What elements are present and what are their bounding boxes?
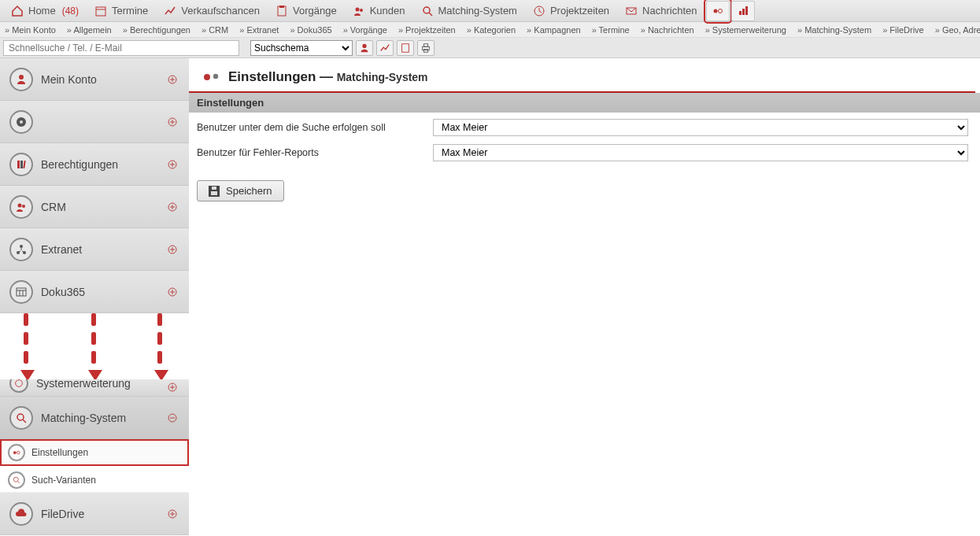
sidebar-group-berechtigungen[interactable]: Berechtigungen	[0, 143, 189, 186]
sidebar-group-systemerweiterung[interactable]: Systemerweiterung	[0, 379, 189, 397]
sidebar-group-matching-system[interactable]: Matching-System	[0, 397, 189, 439]
toolbar-user-button[interactable]	[356, 40, 373, 56]
nav-kunden[interactable]: Kunden	[345, 0, 413, 22]
nav-verkaufschancen[interactable]: Verkaufschancen	[156, 0, 268, 22]
page-header: Einstellungen — Matching-System	[189, 58, 980, 91]
subnav-item[interactable]: Nachrichten	[641, 25, 694, 35]
user-icon	[359, 43, 370, 54]
subnav-item[interactable]: Berechtigungen	[123, 25, 190, 35]
sidebar-group-doku365[interactable]: Doku365	[0, 271, 189, 313]
sidebar-label: Berechtigungen	[41, 158, 118, 171]
toolbar-clipboard-button[interactable]	[397, 40, 414, 56]
search-schema-select[interactable]: Suchschema	[250, 40, 353, 56]
sidebar-label: Systemerweiterung	[36, 379, 131, 390]
main-content: Einstellungen — Matching-System Einstell…	[189, 58, 980, 536]
clipboard-icon	[400, 43, 411, 54]
disc-icon	[9, 110, 33, 134]
subnav-item[interactable]: Systemerweiterung	[705, 25, 786, 35]
sidebar-group-crm[interactable]: CRM	[0, 186, 189, 228]
settings-form: Benutzer unter dem die Suche erfolgen so…	[189, 113, 980, 217]
sidebar-sub-einstellungen[interactable]: Einstellungen	[0, 439, 189, 466]
calendar-grid-icon	[9, 280, 33, 304]
nav-matching[interactable]: Matching-System	[413, 0, 525, 22]
form-row-error-user: Benutzer für Fehler-Reports Max Meier	[197, 144, 972, 161]
svg-point-63	[13, 477, 18, 482]
save-icon	[209, 186, 220, 197]
search-user-select[interactable]: Max Meier	[433, 119, 968, 136]
nav-label: Verkaufschancen	[181, 5, 260, 17]
svg-point-35	[18, 203, 22, 207]
users-icon	[9, 195, 33, 219]
svg-point-11	[719, 9, 723, 13]
toolbar-printer-button[interactable]	[417, 40, 435, 56]
svg-point-15	[362, 43, 366, 47]
svg-rect-12	[739, 11, 741, 15]
error-user-select[interactable]: Max Meier	[433, 144, 968, 161]
svg-line-58	[23, 420, 26, 423]
svg-point-69	[213, 74, 218, 79]
toolbar-chart-button[interactable]	[376, 40, 394, 56]
form-row-search-user: Benutzer unter dem die Suche erfolgen so…	[197, 119, 972, 136]
dots-icon	[712, 5, 724, 17]
subnav-item[interactable]: Matching-System	[797, 25, 871, 35]
expand-icon	[167, 74, 178, 85]
subnav-item[interactable]: FileDrive	[882, 25, 924, 35]
svg-rect-31	[23, 160, 25, 168]
sidebar-label: Extranet	[41, 243, 82, 256]
save-button[interactable]: Speichern	[197, 180, 284, 201]
sidebar-label: CRM	[41, 201, 66, 213]
nav-projektzeiten[interactable]: Projektzeiten	[525, 0, 617, 22]
toolbar: Suchschema	[0, 38, 980, 58]
users-icon	[353, 5, 365, 17]
collapse-icon	[167, 412, 178, 423]
svg-rect-0	[96, 7, 105, 16]
svg-rect-18	[423, 43, 427, 46]
sidebar-sub-such-varianten[interactable]: Such-Varianten	[0, 466, 189, 493]
subnav-item[interactable]: Projektzeiten	[398, 25, 456, 35]
nav-iconbutton-matching[interactable]	[706, 1, 730, 21]
subnav-item[interactable]: Extranet	[239, 25, 279, 35]
expand-icon	[167, 159, 178, 170]
subnav-item[interactable]: Geo, Adressen	[935, 25, 980, 35]
nav-home[interactable]: Home (48)	[3, 0, 87, 22]
nav-termine[interactable]: Termine	[87, 0, 156, 22]
expand-icon	[167, 382, 178, 393]
expand-icon	[167, 116, 178, 128]
envelope-icon	[625, 5, 638, 17]
top-nav: Home (48) Termine Verkaufschancen Vorgän…	[0, 0, 980, 22]
printer-icon	[420, 43, 431, 54]
gear-icon	[9, 379, 28, 393]
nav-label: Kunden	[370, 5, 405, 17]
sidebar-group-allgemein[interactable]	[0, 101, 189, 143]
sidebar: Mein Konto Berechtigungen	[0, 58, 189, 536]
subnav-item[interactable]: Termine	[592, 25, 630, 35]
subnav-item[interactable]: CRM	[202, 25, 228, 35]
expand-icon	[167, 244, 178, 255]
sidebar-group-filedrive[interactable]: FileDrive	[0, 493, 189, 535]
sidebar-group-mein-konto[interactable]: Mein Konto	[0, 58, 189, 101]
svg-point-61	[13, 451, 17, 454]
nav-label: Termine	[112, 5, 148, 17]
magnifier-icon	[8, 471, 25, 489]
clock-icon	[533, 5, 545, 17]
subnav-item[interactable]: Kategorien	[467, 25, 516, 35]
nav-nachrichten[interactable]: Nachrichten	[617, 0, 704, 22]
nav-vorgaenge[interactable]: Vorgänge	[268, 0, 345, 22]
page-title-sub: Matching-System	[337, 71, 428, 83]
subnav-item[interactable]: Mein Konto	[5, 25, 56, 35]
subnav-item[interactable]: Doku365	[290, 25, 331, 35]
svg-point-5	[360, 9, 363, 12]
chart-line-icon	[164, 5, 176, 17]
svg-rect-29	[17, 161, 20, 168]
quicksearch-input[interactable]	[3, 40, 239, 56]
nav-label: Nachrichten	[642, 5, 697, 17]
nav-iconbutton-stats[interactable]	[731, 1, 755, 21]
subnav-item[interactable]: Vorgänge	[343, 25, 387, 35]
sidebar-group-extranet[interactable]: Extranet	[0, 228, 189, 271]
subnav-item[interactable]: Allgemein	[67, 25, 112, 35]
search-icon	[421, 5, 434, 17]
sidebar-label: Mein Konto	[41, 73, 97, 86]
sidebar-label: Matching-System	[41, 412, 126, 424]
calendar-icon	[94, 5, 107, 17]
subnav-item[interactable]: Kampagnen	[527, 25, 581, 35]
